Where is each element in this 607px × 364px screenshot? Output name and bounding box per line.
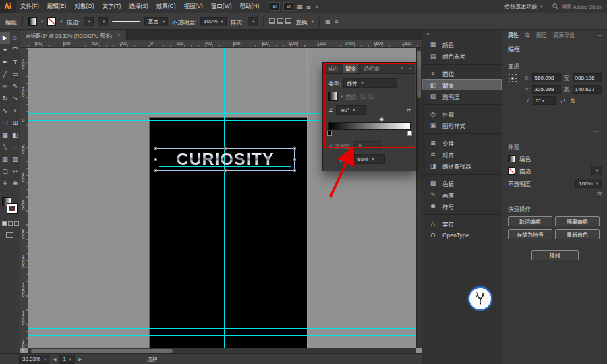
more-options-icon[interactable]: ··· [594,128,602,135]
horizontal-ruler[interactable]: 800 600 400 200 0 200 400 600 800 1000 1… [28,40,422,48]
selection-handle[interactable] [224,169,227,172]
flip-horizontal-icon[interactable]: ⇄ [560,98,566,104]
reference-point-locator[interactable] [508,73,517,83]
stock-icon[interactable]: St [283,2,293,11]
fill-swatch[interactable] [508,155,515,162]
lasso-tool[interactable]: ⌒ [10,44,20,56]
paint-mode-buttons[interactable] [2,221,19,226]
y-field[interactable]: 325.298 [532,85,561,94]
width-field[interactable]: 988.196 [573,73,602,82]
panel-grid-icon[interactable]: ▦ [325,18,331,25]
document-tab[interactable]: 未标题-1* @ 33.33% (RGB/GPU 预览) × [20,30,127,40]
vertical-ruler[interactable]: 400 200 0 200 400 600 800 1000 1200 1400… [20,48,28,348]
dock-item-appearance[interactable]: ◎外观 [422,108,502,119]
width-tool[interactable]: ∿ [0,104,10,117]
tab-layers[interactable]: 图层 [536,31,547,38]
flip-vertical-icon[interactable]: ⇅ [571,98,576,104]
mesh-tool[interactable]: ▦ [0,129,10,141]
vertical-scrollbar[interactable] [416,48,422,348]
free-transform-tool[interactable]: ⌖ [10,104,20,117]
selection-handle[interactable] [293,147,296,150]
gradient-tool[interactable]: ◧ [10,129,20,141]
tab-properties[interactable]: 属性 [508,31,519,38]
paintbrush-tool[interactable]: ✏ [0,80,10,92]
zoom-level-field[interactable]: 33.33% [19,355,49,364]
dock-item-color[interactable]: ▦颜色 [422,38,502,50]
scrollbar-thumb[interactable] [417,51,421,98]
dock-item-brushes[interactable]: ✎画笔 [422,189,502,200]
align-icons[interactable] [269,18,291,24]
tab-asset-export[interactable]: 资源导出 [553,31,575,38]
dock-item-transform[interactable]: ⊞变换 [422,137,502,148]
arrange-button[interactable]: 排列 [531,250,579,260]
pencil-tool[interactable]: ✎ [10,80,20,92]
direct-selection-tool[interactable]: ▷ [10,32,20,44]
selection-tool[interactable]: ▶ [0,32,10,44]
x-field[interactable]: 560.098 [532,73,561,82]
close-icon[interactable]: × [117,32,121,38]
selection-handle[interactable] [293,158,296,161]
save-as-symbol-button[interactable]: 存储为符号 [508,229,552,239]
stroke-weight-field[interactable] [591,166,602,175]
dock-item-graphic-styles[interactable]: ▣图形样式 [422,119,502,131]
brush-definition[interactable]: 基本 [144,17,167,26]
symbol-sprayer-tool[interactable]: ▨ [0,153,10,165]
dock-item-character[interactable]: A字符 [422,218,502,229]
style-field[interactable] [248,17,258,26]
chevron-down-icon[interactable]: ▾ [60,19,62,24]
rotation-field[interactable]: 0° [533,96,556,105]
perspective-grid-tool[interactable]: ⊞ [10,117,20,129]
scrollbar-thumb[interactable] [31,349,173,353]
stroke-swatch[interactable] [508,167,515,175]
hand-tool[interactable]: ✜ [0,177,10,189]
tab-libraries[interactable]: 库 [525,31,530,38]
prev-artboard-icon[interactable]: ◀ [53,357,56,362]
stroke-swatch[interactable] [7,204,17,213]
menu-help[interactable]: 帮助(H) [236,0,264,13]
variable-width-profile[interactable] [98,17,108,26]
selection-handle[interactable] [293,169,296,172]
selection-handle[interactable] [154,147,157,150]
menu-edit[interactable]: 编辑(E) [43,0,70,13]
opacity-field[interactable]: 100% [200,17,227,26]
dock-item-stroke[interactable]: ≡描边 [422,67,502,79]
next-artboard-icon[interactable]: ▶ [78,357,82,362]
stock-search[interactable]: 搜索 Adobe Stock [552,3,602,10]
selection-handle[interactable] [154,169,157,172]
selection-handle[interactable] [224,147,227,150]
rotate-tool[interactable]: ↻ [0,92,10,104]
opacity-field[interactable]: 100% [575,179,602,188]
menu-file[interactable]: 文件(F) [16,0,43,13]
height-field[interactable]: 140.627 [573,85,602,94]
selection-handle[interactable] [154,158,157,161]
screen-mode-icon[interactable] [6,232,13,238]
dock-item-transparency[interactable]: ▨透明度 [422,90,502,102]
fx-button[interactable]: fx [597,190,602,197]
dock-item-color-guide[interactable]: ▤颜色参考 [422,50,502,61]
artboard-nav-field[interactable]: 1 [59,355,75,364]
share-icon[interactable]: ➢ [314,3,320,10]
dock-item-gradient[interactable]: ◧渐变 [422,79,502,90]
arrange-documents-icon[interactable]: ▦ [297,3,303,10]
selected-text-object[interactable]: CURIOSITY [156,148,295,171]
stroke-weight-field[interactable] [84,17,94,26]
menu-select[interactable]: 选择(S) [125,0,152,13]
app-menu-icon[interactable]: ≣ [306,3,312,10]
column-graph-tool[interactable]: ▥ [10,153,20,165]
dock-item-opentype[interactable]: OOpenType [422,229,502,241]
slice-tool[interactable]: ✂ [10,165,20,177]
isolate-group-button[interactable]: 隔离编组 [555,216,600,226]
panel-menu-icon[interactable]: ≡ [335,18,338,25]
dock-item-align[interactable]: ≋对齐 [422,148,502,160]
menu-type[interactable]: 文字(T) [98,0,125,13]
magic-wand-tool[interactable]: ✦ [0,44,10,56]
zoom-tool[interactable]: ⊕ [10,177,20,189]
rectangle-tool[interactable]: ▭ [10,68,20,80]
collapse-panels-icon[interactable]: « [422,31,502,38]
horizontal-scrollbar[interactable] [28,348,416,353]
workspace-switcher[interactable]: 传统基本功能 ∨ [504,3,543,10]
shape-builder-tool[interactable]: ◱ [0,117,10,129]
menu-window[interactable]: 窗口(W) [207,0,236,13]
pen-tool[interactable]: ✒ [0,56,10,68]
chevron-down-icon[interactable]: ▾ [41,19,43,24]
